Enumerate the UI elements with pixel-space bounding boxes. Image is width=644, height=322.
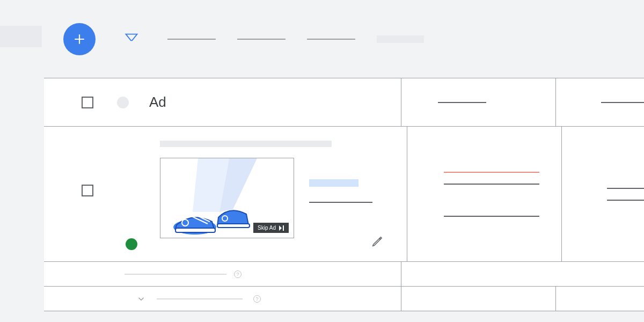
plus-icon [72,32,86,46]
table-header-row: Ad [44,78,644,127]
metric-placeholder [607,200,644,201]
segment-placeholder[interactable] [167,39,216,40]
svg-rect-2 [175,228,215,232]
skip-ad-label: Skip Ad [258,225,276,231]
segment-placeholder[interactable] [307,39,355,40]
status-enabled-icon[interactable] [126,238,137,250]
skip-ad-button[interactable]: Skip Ad [253,223,289,233]
column-header-ad[interactable]: Ad [149,94,166,111]
ad-title-placeholder [160,141,332,147]
edit-button[interactable] [371,236,383,247]
help-icon[interactable]: ? [253,295,261,303]
ad-subtext-placeholder [309,202,372,203]
ad-label-placeholder [309,179,358,187]
metric-placeholder [607,188,644,189]
column-header-placeholder[interactable] [438,102,486,103]
help-icon[interactable]: ? [234,270,241,278]
metric-placeholder [444,216,539,217]
toolbar [44,0,644,78]
video-thumbnail[interactable]: Skip Ad [160,158,294,238]
filter-button[interactable] [122,30,141,48]
expand-label-placeholder [157,298,243,299]
summary-row: ? [44,262,644,287]
funnel-icon [124,32,139,47]
segment-placeholder-block[interactable] [377,35,424,43]
select-all-checkbox[interactable] [82,97,93,108]
ads-table: Ad [44,78,644,311]
ad-meta [309,158,372,203]
expand-row: ? [44,287,644,311]
chevron-down-icon [136,294,146,304]
expand-button[interactable] [136,294,146,304]
status-line-warning [444,172,539,173]
segment-placeholder[interactable] [237,39,286,40]
skip-icon [279,225,284,231]
add-button[interactable] [63,23,96,55]
sidebar-active-item[interactable] [0,26,42,47]
table-row: Skip Ad [44,127,644,262]
status-column-icon [117,97,129,108]
metric-placeholder [444,184,539,185]
svg-rect-6 [217,224,250,228]
column-header-placeholder[interactable] [601,102,644,103]
toolbar-segments [167,35,424,43]
row-checkbox[interactable] [82,185,93,196]
summary-label-placeholder [125,274,226,275]
pencil-icon [371,236,383,247]
